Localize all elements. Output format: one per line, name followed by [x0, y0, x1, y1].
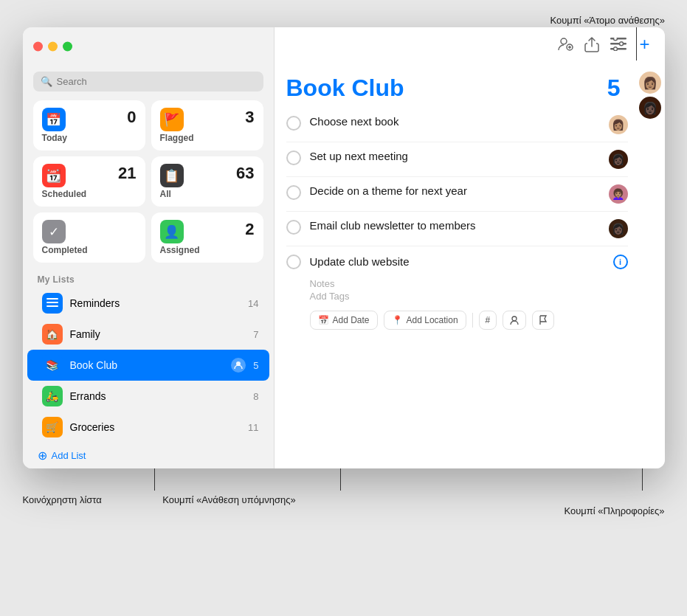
add-date-label: Add Date	[333, 315, 370, 325]
add-flag-button[interactable]	[532, 311, 554, 330]
completed-label: Completed	[42, 245, 137, 255]
list-header: Book Club 5	[275, 66, 665, 108]
task-content-2: Set up next meeting	[310, 150, 600, 163]
flag-icon	[539, 315, 548, 325]
sidebar-item-family[interactable]: 🏠 Family 7	[27, 319, 269, 350]
sidebar-item-book-club[interactable]: 📚 Book Club 5	[27, 350, 269, 381]
smart-tile-completed[interactable]: ✓ Completed	[33, 212, 145, 263]
reminders-count: 14	[248, 298, 258, 309]
search-bar[interactable]: 🔍	[33, 72, 263, 91]
toolbar	[653, 27, 665, 66]
add-list-icon: ⊕	[38, 449, 47, 463]
app-window: 🔍 📅 0 Today 🚩 3	[23, 27, 665, 468]
task-checkbox-2[interactable]	[286, 150, 301, 165]
all-count: 63	[236, 164, 254, 183]
task-checkbox-3[interactable]	[286, 185, 301, 200]
sidebar-item-errands[interactable]: 🛵 Errands 8	[27, 381, 269, 412]
scheduled-icon: 📆	[42, 164, 66, 187]
groceries-count: 11	[248, 422, 258, 433]
groceries-icon: 🛒	[42, 417, 63, 437]
close-button[interactable]	[33, 42, 43, 52]
task-avatar-4: 👩🏿	[609, 219, 628, 238]
assigned-count: 2	[245, 220, 254, 239]
task-content-4: Email club newsletter to members	[310, 219, 600, 232]
maximize-button[interactable]	[63, 42, 72, 52]
annotation-info-button: Κουμπί «Πληροφορίες»	[564, 505, 664, 516]
annotation-assign-reminder: Κουμπί «Ανάθεση υπόμνησης»	[162, 494, 296, 505]
book-club-label: Book Club	[70, 359, 224, 371]
task-name-1: Choose next book	[310, 115, 399, 128]
add-location-button[interactable]: 📍 Add Location	[384, 311, 466, 330]
reminders-label: Reminders	[70, 297, 241, 309]
scheduled-count: 21	[118, 164, 136, 183]
flagged-count: 3	[245, 108, 254, 127]
add-location-label: Add Location	[407, 315, 458, 325]
assigned-icon: 👤	[160, 220, 184, 243]
table-row: Choose next book 👩🏽	[286, 108, 628, 142]
reminders-icon	[42, 293, 63, 314]
smart-tile-today[interactable]: 📅 0 Today	[33, 100, 145, 150]
today-count: 0	[127, 108, 136, 127]
assigned-label: Assigned	[160, 245, 255, 255]
task-name-2: Set up next meeting	[310, 150, 408, 162]
book-club-icon: 📚	[42, 355, 63, 376]
shared-list-icon	[231, 358, 246, 373]
add-list-label: Add List	[52, 450, 86, 461]
task-checkbox-4[interactable]	[286, 220, 301, 235]
task-checkbox-5[interactable]	[286, 255, 301, 269]
task-name-3: Decide on a theme for next year	[310, 184, 467, 197]
svg-rect-1	[46, 302, 58, 303]
minimize-button[interactable]	[48, 42, 58, 52]
table-row: Set up next meeting 👩🏿	[286, 142, 628, 177]
completed-icon: ✓	[42, 220, 66, 243]
today-icon: 📅	[42, 108, 66, 131]
task-content-5: Update club website	[310, 255, 604, 269]
sidebar-item-groceries[interactable]: 🛒 Groceries 11	[27, 412, 269, 443]
avatar-2: 👩🏿	[639, 97, 661, 119]
my-lists-header: My Lists	[23, 271, 274, 288]
task-avatar-1: 👩🏽	[609, 115, 628, 134]
flagged-icon: 🚩	[160, 108, 184, 131]
sidebar: 🔍 📅 0 Today 🚩 3	[23, 27, 274, 468]
table-row: Decide on a theme for next year 👩🏽‍🦱	[286, 177, 628, 212]
smart-tile-all[interactable]: 📋 63 All	[151, 156, 263, 207]
svg-rect-0	[46, 298, 58, 300]
annotation-assign-person: Κουμπί «Άτομο ανάθεσης»	[550, 15, 665, 26]
task-avatar-3: 👩🏽‍🦱	[609, 184, 628, 204]
smart-tile-scheduled[interactable]: 📆 21 Scheduled	[33, 156, 145, 207]
scheduled-label: Scheduled	[42, 189, 137, 199]
search-icon: 🔍	[41, 76, 52, 87]
svg-rect-2	[46, 305, 58, 307]
smart-tile-flagged[interactable]: 🚩 3 Flagged	[151, 100, 263, 150]
groceries-label: Groceries	[70, 421, 241, 433]
flagged-label: Flagged	[160, 133, 255, 143]
task-tags: Add Tags	[310, 291, 628, 302]
list-title: Book Club	[286, 75, 404, 102]
task-list: Choose next book 👩🏽 Set up next meeting …	[275, 108, 665, 468]
list-count-badge: 5	[607, 75, 626, 102]
task-name-4: Email club newsletter to members	[310, 219, 476, 232]
all-label: All	[160, 189, 255, 199]
calendar-icon: 📅	[318, 315, 329, 325]
task-notes: Notes	[310, 278, 628, 289]
task-content-1: Choose next book	[310, 115, 600, 128]
add-tag-button[interactable]: #	[479, 311, 497, 330]
location-icon: 📍	[392, 315, 403, 325]
traffic-lights	[23, 42, 72, 52]
task-checkbox-1[interactable]	[286, 116, 301, 131]
smart-tile-assigned[interactable]: 👤 2 Assigned	[151, 212, 263, 263]
task-info-button[interactable]: i	[613, 255, 628, 269]
task-name-5: Update club website	[310, 255, 410, 268]
add-date-button[interactable]: 📅 Add Date	[310, 311, 378, 330]
toolbar-divider-1	[472, 313, 473, 328]
smart-tiles-grid: 📅 0 Today 🚩 3 Flagged 📆	[23, 100, 274, 271]
titlebar	[23, 27, 665, 66]
svg-point-12	[512, 316, 517, 321]
family-icon: 🏠	[42, 324, 63, 345]
search-input[interactable]	[57, 76, 256, 87]
avatar-strip: 👩🏽 👩🏿	[635, 66, 665, 119]
add-list-button[interactable]: ⊕ Add List	[23, 443, 274, 468]
sidebar-item-reminders[interactable]: Reminders 14	[27, 288, 269, 319]
assign-reminder-button[interactable]	[503, 311, 526, 330]
errands-count: 8	[253, 391, 258, 402]
